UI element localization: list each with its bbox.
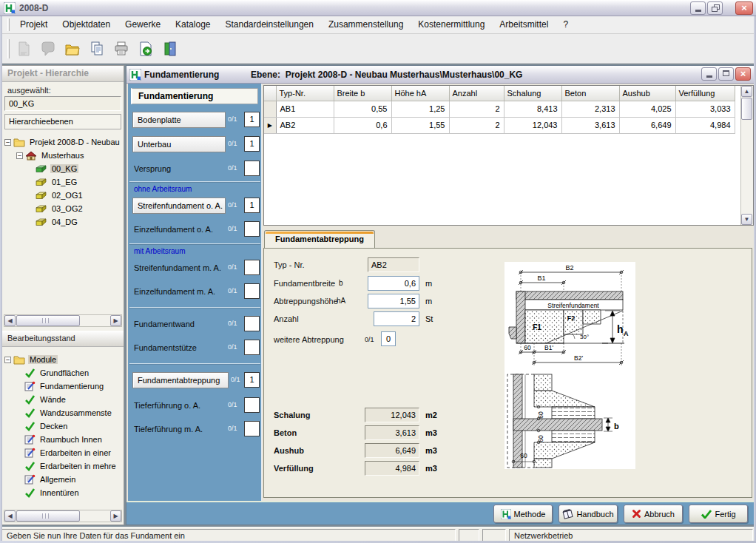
module-status-waende[interactable]: Wände [2, 393, 124, 406]
collapse-icon[interactable]: − [4, 139, 11, 146]
menu-objektdaten[interactable]: Objektdaten [55, 16, 118, 33]
col-schalung[interactable]: Schalung [504, 86, 561, 101]
versprung-item[interactable]: Versprung [134, 161, 171, 177]
module-status-grundflaechen[interactable]: Grundflächen [2, 366, 124, 380]
fundamentwand-item[interactable]: Fundamentwand [134, 316, 195, 332]
unterbau-count-field[interactable]: 1 [244, 136, 260, 152]
menu-standardeinstellungen[interactable]: Standardeinstellungen [217, 16, 320, 33]
tree-item-module[interactable]: − Module [2, 353, 124, 366]
copy-button[interactable] [86, 38, 108, 60]
col-beton[interactable]: Beton [561, 86, 619, 101]
open-project-button[interactable] [37, 38, 59, 60]
module-minimize-button[interactable] [701, 67, 717, 81]
scroll-down-button[interactable]: ▼ [741, 214, 752, 225]
print-button[interactable] [110, 38, 132, 60]
col-hoehe[interactable]: Höhe hA [391, 86, 449, 101]
module-close-button[interactable]: × [735, 67, 751, 81]
tree-item-project[interactable]: − Projekt 2008-D - Neubau [2, 135, 124, 149]
close-button[interactable]: × [735, 1, 753, 15]
fundamentabtreppung-count-field[interactable]: 1 [244, 372, 260, 388]
menu-help[interactable]: ? [556, 16, 576, 33]
module-status-fundamentierung[interactable]: Fundamentierung [2, 380, 124, 393]
col-verfuellung[interactable]: Verfüllung [675, 86, 735, 101]
cell: 0,6 [334, 117, 391, 133]
col-breite[interactable]: Breite b [334, 86, 391, 101]
menu-projekt[interactable]: Projekt [13, 16, 55, 33]
abbruch-button[interactable]: Abbruch [624, 505, 683, 523]
bodenplatte-count-field[interactable]: 1 [244, 112, 260, 127]
fundamentbreite-input[interactable]: 0,6 [368, 276, 419, 291]
table-vscrollbar[interactable]: ▲ ▼ [740, 86, 753, 225]
einzelfundament-ma-count-field[interactable] [244, 283, 260, 299]
handbuch-button[interactable]: Handbuch [558, 505, 618, 523]
weitere-abtreppung-input[interactable]: 0 [381, 331, 396, 346]
export-button[interactable] [135, 38, 157, 60]
scrollbar-thumb[interactable] [741, 98, 752, 120]
tree-item-00-kg[interactable]: 00_KG [2, 162, 124, 175]
col-anzahl[interactable]: Anzahl [449, 86, 504, 101]
menu-gewerke[interactable]: Gewerke [118, 16, 168, 33]
col-typ-nr[interactable]: Typ-Nr. [276, 86, 334, 101]
scroll-left-button[interactable]: ◀ [4, 510, 16, 522]
module-status-allgemein[interactable]: Allgemein [2, 473, 124, 486]
streifenfundament-oa-button[interactable]: Streifenfundament o. A. [132, 198, 226, 214]
menu-zusammenstellung[interactable]: Zusammenstellung [321, 16, 411, 33]
einzelfundament-ma-item[interactable]: Einzelfundament m. A. [134, 283, 215, 300]
tree-item-02-og1[interactable]: 02_OG1 [2, 189, 124, 202]
scroll-right-button[interactable]: ▶ [110, 510, 121, 522]
restore-button[interactable] [707, 1, 723, 15]
einzelfundament-oa-count-field[interactable] [244, 221, 260, 237]
table-row-ab1[interactable]: AB1 0,55 1,25 2 8,413 2,313 4,025 3,033 [264, 101, 735, 117]
bodenplatte-button[interactable]: Bodenplatte [132, 112, 226, 128]
abtreppungshoehe-input[interactable]: 1,55 [368, 294, 419, 308]
scroll-left-button[interactable]: ◀ [4, 315, 16, 326]
tree-item-04-dg[interactable]: 04_DG [2, 215, 124, 229]
minimize-button[interactable] [690, 1, 706, 15]
tieferfuehrung-ma-item[interactable]: Tieferführung m. A. [134, 421, 203, 437]
tieferfuehrung-oa-item[interactable]: Tieferführung o. A. [134, 397, 200, 414]
fundamentabtreppung-button[interactable]: Fundamentabtreppung [132, 372, 229, 388]
streifenfundament-oa-count-field[interactable]: 1 [244, 198, 260, 213]
module-status-raumbuch-innen[interactable]: Raumbuch Innen [2, 433, 124, 446]
hierarchy-hscrollbar[interactable]: ◀ ▶ [4, 314, 122, 327]
tieferfuehrung-ma-count-field[interactable] [244, 421, 260, 436]
scrollbar-thumb[interactable] [16, 315, 80, 326]
status-hscrollbar[interactable]: ◀ ▶ [4, 510, 122, 522]
versprung-count-field[interactable] [244, 161, 260, 176]
anzahl-input[interactable]: 2 [374, 311, 419, 326]
exit-button[interactable] [159, 38, 181, 60]
module-status-innentueren[interactable]: Innentüren [2, 486, 124, 499]
tree-item-03-og2[interactable]: 03_OG2 [2, 202, 124, 215]
fundamentstuetze-count-field[interactable] [244, 340, 260, 355]
methode-button[interactable]: Methode [493, 505, 553, 523]
streifenfundament-ma-count-field[interactable] [244, 260, 260, 275]
fertig-button[interactable]: Fertig [689, 505, 748, 523]
module-status-wandzusammenstellung[interactable]: Wandzusammenste [2, 406, 124, 419]
table-row-ab2-selected[interactable]: ▶ AB2 0,6 1,55 2 12,043 3,613 6,649 4,98… [264, 117, 735, 133]
app-logo-icon [4, 2, 16, 14]
tab-fundamentabtreppung[interactable]: Fundamentabtreppung [264, 230, 375, 249]
module-status-erdarbeiten-einer[interactable]: Erdarbeiten in einer [2, 446, 124, 459]
fundamentwand-count-field[interactable] [244, 316, 260, 331]
streifenfundament-ma-item[interactable]: Streifenfundament m. A. [134, 260, 221, 276]
menu-arbeitsmittel[interactable]: Arbeitsmittel [492, 16, 556, 33]
collapse-icon[interactable]: − [4, 357, 11, 363]
module-status-decken[interactable]: Decken [2, 419, 124, 433]
col-aushub[interactable]: Aushub [619, 86, 675, 101]
menu-kostenermittlung[interactable]: Kostenermittlung [411, 16, 492, 33]
einzelfundament-oa-item[interactable]: Einzelfundament o. A. [134, 221, 213, 237]
tieferfuehrung-oa-count-field[interactable] [244, 397, 260, 413]
tree-item-musterhaus[interactable]: − Musterhaus [2, 149, 124, 162]
scroll-up-button[interactable]: ▲ [741, 86, 752, 97]
collapse-icon[interactable]: − [16, 152, 23, 159]
module-maximize-button[interactable] [718, 67, 734, 81]
new-document-button[interactable] [13, 38, 35, 60]
scroll-right-button[interactable]: ▶ [110, 315, 121, 326]
menu-kataloge[interactable]: Kataloge [168, 16, 217, 33]
unterbau-button[interactable]: Unterbau [132, 136, 226, 152]
open-folder-button[interactable] [61, 38, 84, 60]
scrollbar-thumb[interactable] [16, 510, 80, 522]
module-status-erdarbeiten-mehre[interactable]: Erdarbeiten in mehre [2, 459, 124, 473]
fundamentstuetze-item[interactable]: Fundamentstütze [134, 340, 197, 356]
tree-item-01-eg[interactable]: 01_EG [2, 175, 124, 189]
